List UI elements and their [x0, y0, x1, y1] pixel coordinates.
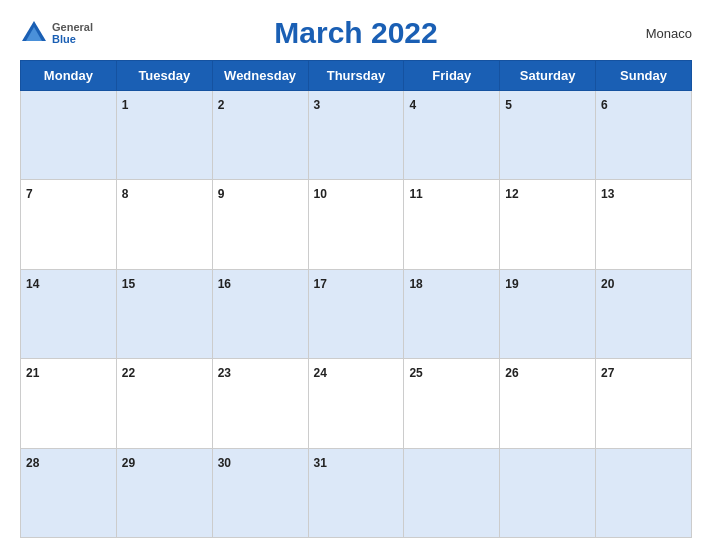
- day-cell: 11: [404, 180, 500, 269]
- day-cell: 19: [500, 269, 596, 358]
- header-thursday: Thursday: [308, 61, 404, 91]
- day-cell: [404, 448, 500, 537]
- day-cell: [500, 448, 596, 537]
- day-number: 7: [26, 187, 33, 201]
- day-number: 25: [409, 366, 422, 380]
- day-cell: 30: [212, 448, 308, 537]
- week-row-5: 28293031: [21, 448, 692, 537]
- week-row-2: 78910111213: [21, 180, 692, 269]
- day-number: 9: [218, 187, 225, 201]
- day-number: 11: [409, 187, 422, 201]
- calendar-page: General Blue March 2022 Monaco Monday Tu…: [0, 0, 712, 550]
- day-number: 18: [409, 277, 422, 291]
- week-row-4: 21222324252627: [21, 359, 692, 448]
- day-cell: 31: [308, 448, 404, 537]
- day-cell: [596, 448, 692, 537]
- day-cell: 7: [21, 180, 117, 269]
- day-cell: 25: [404, 359, 500, 448]
- header-tuesday: Tuesday: [116, 61, 212, 91]
- day-cell: 15: [116, 269, 212, 358]
- day-number: 6: [601, 98, 608, 112]
- day-number: 13: [601, 187, 614, 201]
- day-number: 29: [122, 456, 135, 470]
- day-number: 30: [218, 456, 231, 470]
- logo: General Blue: [20, 19, 93, 47]
- week-row-3: 14151617181920: [21, 269, 692, 358]
- day-number: 1: [122, 98, 129, 112]
- day-cell: 16: [212, 269, 308, 358]
- day-number: 24: [314, 366, 327, 380]
- day-cell: 13: [596, 180, 692, 269]
- day-cell: 3: [308, 91, 404, 180]
- day-cell: 17: [308, 269, 404, 358]
- day-cell: 28: [21, 448, 117, 537]
- day-cell: 9: [212, 180, 308, 269]
- day-cell: 8: [116, 180, 212, 269]
- day-number: 21: [26, 366, 39, 380]
- header-saturday: Saturday: [500, 61, 596, 91]
- day-cell: 6: [596, 91, 692, 180]
- day-cell: 5: [500, 91, 596, 180]
- day-number: 3: [314, 98, 321, 112]
- day-cell: 12: [500, 180, 596, 269]
- logo-general-text: General: [52, 21, 93, 33]
- day-number: 16: [218, 277, 231, 291]
- day-number: 31: [314, 456, 327, 470]
- header-friday: Friday: [404, 61, 500, 91]
- day-number: 2: [218, 98, 225, 112]
- day-cell: [21, 91, 117, 180]
- header-sunday: Sunday: [596, 61, 692, 91]
- day-number: 22: [122, 366, 135, 380]
- day-cell: 22: [116, 359, 212, 448]
- day-cell: 27: [596, 359, 692, 448]
- day-number: 27: [601, 366, 614, 380]
- day-number: 19: [505, 277, 518, 291]
- day-number: 14: [26, 277, 39, 291]
- day-number: 5: [505, 98, 512, 112]
- day-cell: 26: [500, 359, 596, 448]
- day-number: 12: [505, 187, 518, 201]
- day-number: 23: [218, 366, 231, 380]
- logo-icon: [20, 19, 48, 47]
- day-number: 15: [122, 277, 135, 291]
- day-cell: 23: [212, 359, 308, 448]
- day-cell: 29: [116, 448, 212, 537]
- day-number: 26: [505, 366, 518, 380]
- day-cell: 24: [308, 359, 404, 448]
- day-cell: 10: [308, 180, 404, 269]
- header-wednesday: Wednesday: [212, 61, 308, 91]
- day-number: 20: [601, 277, 614, 291]
- calendar-body: 1234567891011121314151617181920212223242…: [21, 91, 692, 538]
- day-cell: 20: [596, 269, 692, 358]
- day-cell: 4: [404, 91, 500, 180]
- days-header-row: Monday Tuesday Wednesday Thursday Friday…: [21, 61, 692, 91]
- day-number: 8: [122, 187, 129, 201]
- day-cell: 14: [21, 269, 117, 358]
- day-cell: 1: [116, 91, 212, 180]
- day-number: 4: [409, 98, 416, 112]
- calendar-title: March 2022: [274, 16, 437, 50]
- day-cell: 21: [21, 359, 117, 448]
- day-number: 17: [314, 277, 327, 291]
- day-cell: 2: [212, 91, 308, 180]
- country-label: Monaco: [646, 26, 692, 41]
- week-row-1: 123456: [21, 91, 692, 180]
- day-number: 10: [314, 187, 327, 201]
- header-monday: Monday: [21, 61, 117, 91]
- calendar-table: Monday Tuesday Wednesday Thursday Friday…: [20, 60, 692, 538]
- day-number: 28: [26, 456, 39, 470]
- logo-blue-text: Blue: [52, 33, 93, 45]
- day-cell: 18: [404, 269, 500, 358]
- calendar-header: General Blue March 2022 Monaco: [20, 16, 692, 50]
